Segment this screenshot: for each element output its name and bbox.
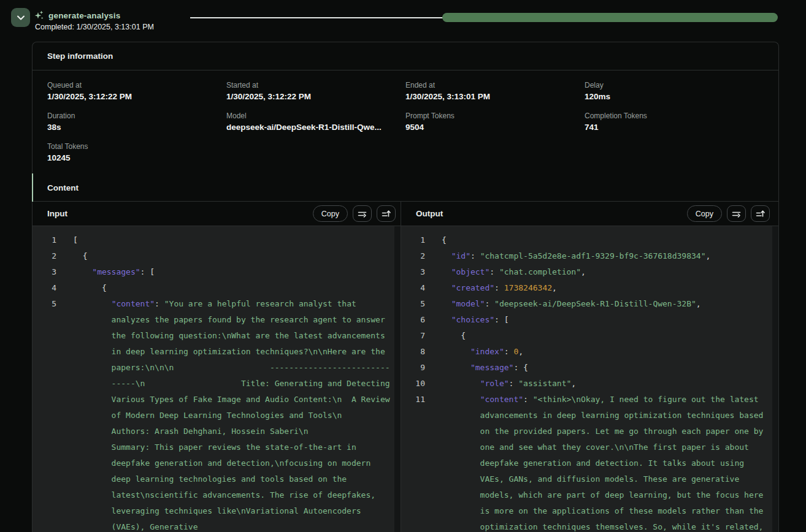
step-information-title: Step information [33, 42, 778, 70]
line-number: 9 [401, 360, 442, 376]
timeline-wait-line [190, 17, 443, 18]
code-line: 4 { [33, 280, 401, 296]
input-copy-button[interactable]: Copy [313, 205, 348, 222]
input-code-viewer: 1[2 {3 "messages": [4 {5 "content": "You… [33, 226, 401, 532]
step-info-field: Modeldeepseek-ai/DeepSeek-R1-Distill-Qwe… [226, 112, 405, 132]
chevron-down-icon [17, 15, 25, 21]
step-info-field: Started at1/30/2025, 3:12:22 PM [226, 81, 405, 101]
code-text: "content": "<think>\nOkay, I need to fig… [442, 392, 778, 532]
code-text: "model": "deepseek-ai/DeepSeek-R1-Distil… [442, 296, 778, 312]
field-value: 741 [585, 123, 764, 132]
code-line: 11 "content": "<think>\nOkay, I need to … [401, 392, 778, 532]
code-text: "role": "assistant", [442, 376, 778, 392]
code-text: "content": "You are a helpful research a… [73, 296, 401, 532]
field-label: Prompt Tokens [405, 112, 585, 120]
output-panel-header: Output Copy [401, 202, 778, 226]
code-line: 8 "index": 0, [401, 344, 778, 360]
line-number: 11 [401, 392, 442, 532]
code-text: { [442, 232, 778, 248]
content-section-title: Content [47, 183, 79, 192]
output-copy-button[interactable]: Copy [687, 205, 722, 222]
step-info-field: Prompt Tokens9504 [405, 112, 585, 132]
code-line: 6 "choices": [ [401, 312, 778, 328]
field-label: Duration [47, 112, 226, 120]
field-value: 1/30/2025, 3:13:01 PM [405, 92, 585, 101]
output-expand-button[interactable] [751, 205, 770, 222]
code-text: { [442, 328, 778, 344]
step-completed-timestamp: Completed: 1/30/2025, 3:13:01 PM [35, 23, 154, 31]
content-section-header: Content [33, 174, 778, 202]
code-line: 2 "id": "chatcmpl-5a5d2e8e-adf1-9329-bf9… [401, 248, 778, 264]
field-label: Completion Tokens [585, 112, 764, 120]
line-number: 1 [401, 232, 442, 248]
step-info-fields: Queued at1/30/2025, 3:12:22 PMStarted at… [33, 70, 778, 174]
line-number: 7 [401, 328, 442, 344]
line-number: 3 [401, 264, 442, 280]
field-label: Started at [226, 81, 405, 89]
code-line: 5 "content": "You are a helpful research… [33, 296, 401, 532]
code-line: 4 "created": 1738246342, [401, 280, 778, 296]
step-info-field: Total Tokens10245 [47, 142, 226, 162]
step-details-panel: Step information Queued at1/30/2025, 3:1… [32, 42, 779, 532]
output-scrollbar[interactable] [772, 226, 778, 532]
code-line: 3 "messages": [ [33, 264, 401, 280]
input-scrollbar[interactable] [394, 226, 401, 532]
code-text: [ [73, 232, 401, 248]
sparkles-icon [34, 10, 44, 20]
code-text: "object": "chat.completion", [442, 264, 778, 280]
step-info-field: Queued at1/30/2025, 3:12:22 PM [47, 81, 226, 101]
field-value: 1/30/2025, 3:12:22 PM [226, 92, 405, 101]
output-code-viewer: 1{2 "id": "chatcmpl-5a5d2e8e-adf1-9329-b… [401, 226, 778, 532]
step-trace-view: generate-analysis Completed: 1/30/2025, … [0, 0, 806, 532]
code-line: 2 { [33, 248, 401, 264]
step-info-field: Duration38s [47, 112, 226, 132]
field-value: 120ms [585, 92, 764, 101]
output-wrap-lines-button[interactable] [727, 205, 746, 222]
input-panel-header: Input Copy [33, 202, 401, 226]
expand-up-icon [382, 210, 391, 218]
code-line: 10 "role": "assistant", [401, 376, 778, 392]
field-label: Total Tokens [47, 142, 226, 151]
code-text: "message": { [442, 360, 778, 376]
code-text: { [73, 280, 401, 296]
line-number: 2 [33, 248, 73, 264]
field-label: Model [226, 112, 405, 120]
code-text: "index": 0, [442, 344, 778, 360]
wrap-lines-icon [732, 210, 741, 218]
line-number: 8 [401, 344, 442, 360]
step-name: generate-analysis [48, 11, 120, 20]
input-panel-title: Input [47, 209, 67, 218]
field-value: 38s [47, 123, 226, 132]
output-panel-title: Output [416, 209, 443, 218]
step-header: generate-analysis Completed: 1/30/2025, … [0, 0, 806, 42]
line-number: 3 [33, 264, 73, 280]
code-text: "created": 1738246342, [442, 280, 778, 296]
expand-up-icon [756, 210, 765, 218]
code-line: 5 "model": "deepseek-ai/DeepSeek-R1-Dist… [401, 296, 778, 312]
code-line: 9 "message": { [401, 360, 778, 376]
io-panel-headers: Input Copy [33, 202, 778, 226]
line-number: 5 [401, 296, 442, 312]
step-info-field: Ended at1/30/2025, 3:13:01 PM [405, 81, 585, 101]
line-number: 1 [33, 232, 73, 248]
field-label: Queued at [47, 81, 226, 89]
code-line: 3 "object": "chat.completion", [401, 264, 778, 280]
field-label: Delay [585, 81, 764, 89]
input-expand-button[interactable] [377, 205, 396, 222]
code-text: "id": "chatcmpl-5a5d2e8e-adf1-9329-bf9c-… [442, 248, 778, 264]
input-wrap-lines-button[interactable] [353, 205, 372, 222]
code-line: 1{ [401, 232, 778, 248]
timeline-duration-bar[interactable] [442, 13, 778, 22]
field-value: 10245 [47, 153, 226, 162]
line-number: 6 [401, 312, 442, 328]
line-number: 10 [401, 376, 442, 392]
field-value: deepseek-ai/DeepSeek-R1-Distill-Qwe... [226, 123, 405, 132]
code-line: 1[ [33, 232, 401, 248]
line-number: 4 [33, 280, 73, 296]
wrap-lines-icon [358, 210, 367, 218]
code-text: "messages": [ [73, 264, 401, 280]
io-code-panels: 1[2 {3 "messages": [4 {5 "content": "You… [33, 226, 778, 532]
collapse-step-button[interactable] [11, 8, 30, 27]
line-number: 4 [401, 280, 442, 296]
code-text: { [73, 248, 401, 264]
